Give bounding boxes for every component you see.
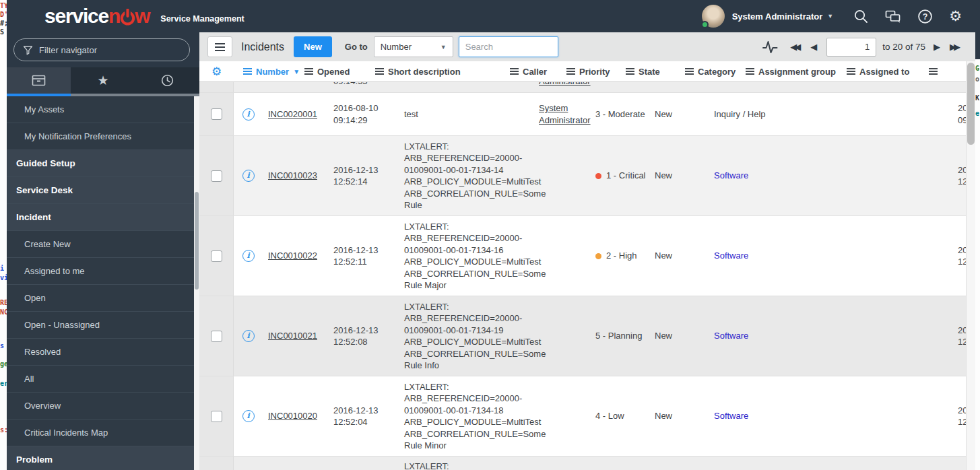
caller-link[interactable]: Administrator	[539, 82, 593, 88]
row-checkbox[interactable]	[211, 411, 222, 422]
column-menu-icon[interactable]	[685, 68, 694, 75]
sidebar-item-guided-setup[interactable]: Guided Setup	[7, 150, 199, 177]
star-icon: ★	[97, 74, 108, 87]
column-header-short-description[interactable]: Short description	[375, 67, 510, 77]
sidebar-item-service-desk[interactable]: Service Desk	[7, 177, 199, 204]
first-page-button[interactable]: ◀◀	[790, 42, 801, 51]
previous-page-button[interactable]: ◀	[810, 42, 817, 51]
column-header-assigned-to[interactable]: Assigned to	[847, 67, 927, 77]
column-header-number[interactable]: Number▼	[234, 67, 301, 77]
row-checkbox[interactable]	[211, 250, 222, 262]
record-preview-info-icon[interactable]: i	[242, 410, 255, 422]
text-line: Rule	[404, 199, 539, 211]
new-record-button[interactable]: New	[294, 36, 332, 57]
row-checkbox[interactable]	[211, 108, 222, 120]
personalize-list-gear-icon[interactable]: ⚙	[211, 66, 222, 77]
incident-number-link[interactable]: INC0010020	[268, 411, 317, 421]
chevron-down-icon[interactable]: ▼	[827, 13, 833, 20]
sidebar-item-all[interactable]: All	[7, 366, 199, 393]
text-line: 01009001-00-01-7134-18	[404, 405, 539, 417]
column-menu-icon[interactable]	[566, 68, 575, 75]
column-menu-icon[interactable]	[304, 68, 313, 75]
code-fragment: er	[0, 380, 7, 387]
record-preview-info-icon[interactable]: i	[242, 108, 255, 121]
column-header-opened[interactable]: Opened	[301, 67, 375, 77]
tab-favorites[interactable]: ★	[71, 67, 135, 96]
record-preview-info-icon[interactable]: i	[242, 170, 255, 182]
user-menu[interactable]: System Administrator	[732, 11, 823, 22]
sidebar-item-critical-incidents-map[interactable]: Critical Incidents Map	[7, 419, 199, 446]
text-line: test	[404, 108, 539, 121]
column-menu-icon[interactable]	[626, 68, 634, 75]
sidebar-item-create-new[interactable]: Create New	[7, 231, 199, 258]
global-search-icon[interactable]	[853, 9, 869, 24]
help-icon[interactable]: ?	[917, 9, 933, 24]
text-line: ARB_REFERENCEID=20000-	[404, 232, 539, 244]
tab-history[interactable]	[135, 67, 199, 96]
caller-cell: Administrator	[539, 82, 593, 88]
text-line: 20	[958, 405, 966, 417]
column-menu-icon[interactable]	[847, 68, 855, 75]
column-header-category[interactable]: Category	[678, 67, 746, 77]
column-header-caller[interactable]: Caller	[510, 67, 564, 77]
connect-chat-icon[interactable]	[885, 9, 901, 24]
opened-cell: 2016-12-1312:52:08	[330, 325, 404, 348]
sidebar-item-assigned-to-me[interactable]: Assigned to me	[7, 258, 199, 285]
row-checkbox[interactable]	[211, 170, 222, 182]
column-menu-icon[interactable]	[746, 68, 754, 75]
text-line: Rule Major	[404, 279, 539, 292]
logo-service-text: service	[44, 6, 108, 26]
list-scrollbar-thumb[interactable]	[967, 63, 975, 145]
page-row-input[interactable]	[826, 38, 876, 57]
filter-navigator-input[interactable]: Filter navigator	[13, 38, 190, 61]
sidebar-item-open[interactable]: Open	[7, 285, 199, 312]
goto-field-select[interactable]: Number ▼	[374, 36, 453, 57]
sidebar-scrollbar-thumb[interactable]	[195, 192, 199, 290]
category-value[interactable]: Software	[714, 411, 748, 421]
sidebar-item-problem[interactable]: Problem	[7, 446, 199, 470]
sidebar-item-my-notification-preferences[interactable]: My Notification Preferences	[7, 123, 199, 150]
number-cell: INC0010020	[263, 410, 330, 422]
sidebar-item-open-unassigned[interactable]: Open - Unassigned	[7, 312, 199, 339]
column-header-state[interactable]: State	[621, 67, 678, 77]
list-scrollbar[interactable]	[966, 61, 975, 470]
row-select-cell	[199, 376, 234, 456]
sidebar-item-resolved[interactable]: Resolved	[7, 339, 199, 366]
list-toolbar: Incidents New Go to Number ▼ ◀◀ ◀	[199, 32, 975, 61]
column-menu-icon[interactable]	[375, 68, 384, 75]
incident-number-link[interactable]: INC0010022	[268, 250, 317, 261]
activity-pulse-icon[interactable]	[762, 39, 778, 55]
sidebar-item-overview[interactable]: Overview	[7, 393, 199, 419]
column-menu-icon[interactable]	[510, 68, 519, 75]
column-header-assignment-group[interactable]: Assignment group	[746, 67, 847, 77]
record-preview-info-icon[interactable]: i	[242, 330, 255, 342]
caller-link[interactable]: SystemAdministrator	[539, 102, 593, 126]
incident-number-link[interactable]: INC0010021	[268, 331, 317, 341]
list-search-input[interactable]	[459, 36, 558, 57]
settings-gear-icon[interactable]: ⚙	[949, 9, 962, 24]
incident-number-link[interactable]: INC0020001	[268, 109, 317, 119]
column-menu-icon[interactable]	[929, 68, 938, 75]
category-value[interactable]: Software	[714, 250, 748, 261]
sidebar-item-my-assets[interactable]: My Assets	[7, 96, 199, 123]
user-avatar[interactable]	[702, 5, 725, 28]
sidebar-item-incident[interactable]: Incident	[7, 204, 199, 231]
sidebar-scrollbar[interactable]	[194, 96, 199, 470]
record-preview-info-icon[interactable]: i	[242, 250, 255, 262]
tab-all-applications[interactable]	[7, 67, 71, 96]
column-menu-icon[interactable]	[243, 68, 252, 75]
logo-now-n: n	[108, 6, 120, 26]
row-checkbox[interactable]	[211, 331, 222, 342]
category-value[interactable]: Software	[714, 331, 748, 341]
next-page-button[interactable]: ▶	[934, 42, 940, 51]
text-line: 12	[958, 416, 966, 428]
last-page-button[interactable]: ▶▶	[950, 42, 960, 51]
category-value[interactable]: Software	[714, 170, 748, 180]
column-header-priority[interactable]: Priority	[564, 67, 621, 77]
text-line: Administrator	[539, 114, 593, 127]
incident-number-link[interactable]: INC0010023	[268, 170, 317, 180]
pagination: ◀◀ ◀ to 20 of 75 ▶ ▶▶	[762, 32, 960, 61]
text-line: 12:52:11	[333, 256, 404, 268]
list-context-menu-button[interactable]	[207, 36, 232, 57]
text-line: 2016-12-13	[333, 164, 404, 176]
